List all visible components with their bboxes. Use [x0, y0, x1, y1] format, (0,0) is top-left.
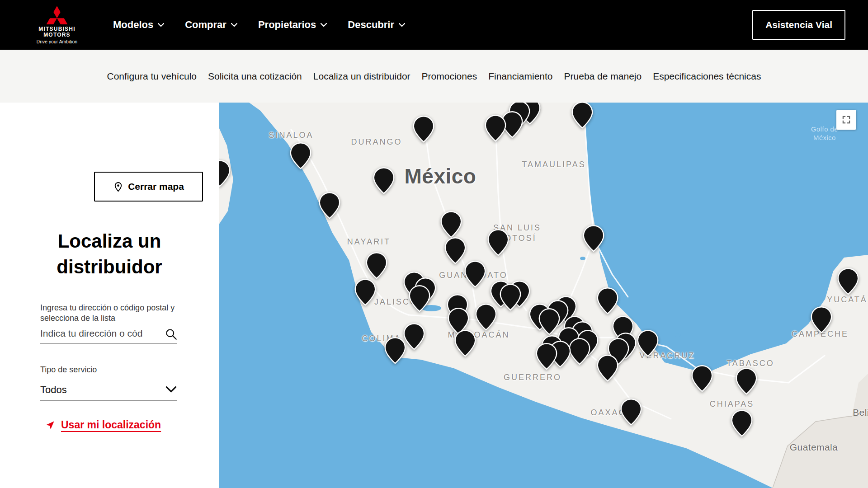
nav-descubrir[interactable]: Descubrir: [348, 19, 405, 31]
service-type-select[interactable]: Todos: [40, 379, 177, 401]
main-nav: ModelosComprarPropietariosDescubrir: [113, 19, 405, 31]
dealer-locator-page: MITSUBISHI MOTORS Drive your Ambition Mo…: [0, 0, 868, 488]
page-title: Localiza un distribuidor: [0, 228, 219, 280]
use-my-location-label: Usar mi localización: [61, 419, 161, 431]
dealer-marker[interactable]: [384, 337, 406, 364]
brand-tagline: Drive your Ambition: [37, 39, 78, 44]
dealer-marker[interactable]: [440, 211, 462, 238]
subnav-financiamiento[interactable]: Financiamiento: [488, 71, 552, 82]
dealer-marker[interactable]: [597, 355, 618, 382]
search-icon[interactable]: [165, 328, 177, 340]
fullscreen-button[interactable]: [836, 110, 856, 130]
address-input-row: [40, 323, 177, 344]
dealer-marker[interactable]: [583, 225, 604, 252]
fullscreen-icon: [841, 115, 851, 125]
chevron-down-icon: [158, 23, 164, 27]
address-input[interactable]: [40, 323, 160, 343]
mitsubishi-logo[interactable]: MITSUBISHI MOTORS Drive your Ambition: [27, 6, 87, 44]
dealer-marker[interactable]: [444, 237, 466, 264]
location-arrow-icon: [45, 420, 55, 430]
dealer-map[interactable]: SINALOADURANGOTAMAULIPASMéxicoNAYARITSAN…: [219, 103, 868, 488]
brand-name: MITSUBISHI MOTORS: [38, 26, 75, 38]
chevron-down-icon: [165, 386, 177, 393]
dealer-marker[interactable]: [366, 252, 387, 279]
dealer-marker[interactable]: [403, 323, 425, 350]
dealer-marker[interactable]: [597, 287, 618, 314]
dealer-marker[interactable]: [637, 330, 659, 357]
dealer-marker[interactable]: [736, 368, 757, 395]
dealer-marker[interactable]: [569, 338, 590, 365]
nav-label: Comprar: [185, 19, 226, 31]
cerrar-mapa-button[interactable]: Cerrar mapa: [94, 172, 203, 202]
subnav-prueba-de-manejo[interactable]: Prueba de manejo: [564, 71, 642, 82]
nav-modelos[interactable]: Modelos: [113, 19, 164, 31]
dealer-marker[interactable]: [464, 261, 486, 288]
dealer-marker[interactable]: [837, 268, 859, 295]
dealer-marker[interactable]: [536, 343, 557, 370]
subnav-solicita-una-cotizacion[interactable]: Solicita una cotización: [208, 71, 302, 82]
chevron-down-icon: [321, 23, 327, 27]
dealer-marker[interactable]: [500, 284, 521, 311]
dealer-marker[interactable]: [538, 308, 560, 335]
dealer-marker[interactable]: [319, 192, 340, 219]
subnav-configura-tu-vehiculo[interactable]: Configura tu vehículo: [107, 71, 197, 82]
asistencia-vial-button[interactable]: Asistencia Vial: [752, 10, 845, 40]
dealer-marker[interactable]: [485, 115, 506, 142]
chevron-down-icon: [399, 23, 405, 27]
dealer-marker[interactable]: [620, 399, 642, 426]
dealer-marker[interactable]: [409, 285, 430, 312]
dealer-marker[interactable]: [571, 103, 593, 129]
dealer-marker[interactable]: [354, 279, 376, 306]
subnav-promociones[interactable]: Promociones: [422, 71, 477, 82]
nav-comprar[interactable]: Comprar: [185, 19, 237, 31]
dealer-marker[interactable]: [475, 304, 497, 331]
dealer-marker[interactable]: [413, 116, 434, 143]
service-type-value: Todos: [40, 384, 67, 396]
mitsubishi-diamonds-icon: [45, 6, 69, 24]
map-markers: [219, 103, 868, 488]
dealer-marker[interactable]: [487, 229, 509, 256]
dealer-marker[interactable]: [219, 160, 231, 187]
nav-label: Propietarios: [258, 19, 316, 31]
subnav: Configura tu vehículoSolicita una cotiza…: [0, 50, 868, 103]
locator-panel: Cerrar mapa Localiza un distribuidor Ing…: [0, 103, 219, 488]
nav-label: Modelos: [113, 19, 153, 31]
dealer-marker[interactable]: [731, 410, 753, 437]
service-type-label: Tipo de servicio: [40, 365, 97, 375]
subnav-localiza-un-distribuidor[interactable]: Localiza un distribuidor: [313, 71, 410, 82]
dealer-marker[interactable]: [373, 167, 395, 194]
address-label: Ingresa tu dirección o código postal y s…: [40, 303, 185, 324]
dealer-marker[interactable]: [454, 330, 476, 357]
chevron-down-icon: [231, 23, 237, 27]
map-pin-icon: [113, 182, 123, 192]
nav-label: Descubrir: [348, 19, 394, 31]
use-my-location-link[interactable]: Usar mi localización: [45, 419, 161, 431]
top-header: MITSUBISHI MOTORS Drive your Ambition Mo…: [0, 0, 868, 50]
dealer-marker[interactable]: [290, 142, 311, 169]
cerrar-mapa-label: Cerrar mapa: [128, 181, 184, 192]
subnav-especificaciones-tecnicas[interactable]: Especificaciones técnicas: [653, 71, 761, 82]
dealer-marker[interactable]: [691, 365, 713, 392]
nav-propietarios[interactable]: Propietarios: [258, 19, 327, 31]
dealer-marker[interactable]: [811, 306, 832, 333]
